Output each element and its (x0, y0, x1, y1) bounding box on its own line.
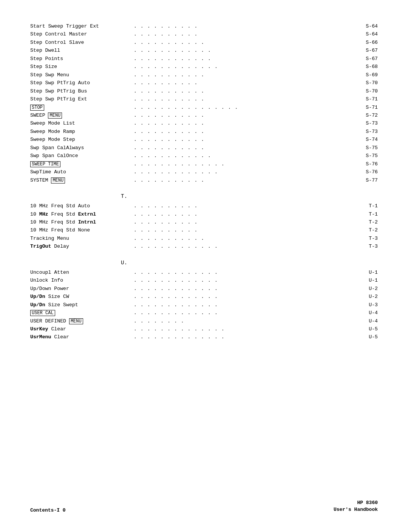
entry-page: U-3 (359, 301, 378, 309)
entry-dots: . . . . . . . . . . . (132, 136, 359, 143)
table-row: Unlock Info . . . . . . . . . . . . . U-… (30, 277, 378, 284)
s-section-table: Start Sweep Trigger Ext . . . . . . . . … (30, 23, 378, 184)
entry-page: U-1 (359, 269, 378, 276)
entry-dots: . . . . . . . . . . . . . (132, 293, 359, 301)
bold-text: UsrMenu (30, 334, 51, 340)
u-section-header: U. (30, 260, 378, 267)
entry-dots: . . . . . . . . . . . . (132, 55, 359, 63)
t-section-header: T. (30, 193, 378, 201)
entry-label: SwpTime Auto (30, 168, 132, 176)
u-section: U. Uncoupl Atten . . . . . . . . . . . .… (30, 260, 378, 341)
table-row: SWEEP MENU . . . . . . . . . . . S-72 (30, 112, 378, 119)
entry-dots: . . . . . . . . (132, 318, 359, 325)
entry-dots: . . . . . . . . . . . . . (132, 243, 359, 250)
entry-label: Start Sweep Trigger Ext (30, 23, 132, 30)
entry-dots: . . . . . . . . . . . . . (132, 269, 359, 276)
boxed-key: MENU (51, 177, 65, 184)
entry-dots: . . . . . . . . . . . (132, 88, 359, 95)
entry-label: Step Points (30, 55, 132, 63)
entry-label: Step Swp Menu (30, 71, 132, 79)
table-row: Step Dwell . . . . . . . . . . . . S-67 (30, 47, 378, 54)
table-row: SwpTime Auto . . . . . . . . . . . . . S… (30, 168, 378, 176)
table-row: Step Control Slave . . . . . . . . . . .… (30, 39, 378, 46)
entry-page: U-2 (359, 285, 378, 293)
table-row: Step Swp PtTrig Ext . . . . . . . . . . … (30, 96, 378, 103)
entry-dots: . . . . . . . . . . . . (132, 152, 359, 160)
table-row: Up/Down Power . . . . . . . . . . . . . … (30, 285, 378, 293)
boxed-key: SWEEP TIME (30, 161, 60, 167)
entry-dots: . . . . . . . . . . (132, 79, 359, 87)
entry-dots: . . . . . . . . . . . (132, 39, 359, 46)
footer-product: HP 8360 (334, 500, 378, 506)
entry-page: S-73 (359, 120, 378, 127)
entry-dots: . . . . . . . . . . . . . (132, 309, 359, 317)
table-row: Sweep Mode List . . . . . . . . . . . S-… (30, 120, 378, 127)
bold-text: Extrnl (78, 211, 96, 217)
entry-label: Up/Dn Size CW (30, 293, 132, 301)
page: Start Sweep Trigger Ext . . . . . . . . … (0, 0, 408, 532)
entry-page: T-2 (359, 227, 378, 234)
table-row: Sweep Mode Step . . . . . . . . . . . S-… (30, 136, 378, 143)
table-row: Uncoupl Atten . . . . . . . . . . . . . … (30, 269, 378, 276)
entry-label: Swp Span CalOnce (30, 152, 132, 160)
section-letter-t: T. (121, 193, 127, 199)
entry-page: S-70 (359, 79, 378, 87)
entry-page: S-64 (359, 23, 378, 30)
footer-left: Contents-I 0 (30, 507, 66, 513)
entry-dots: . . . . . . . . . . . . . (132, 63, 359, 71)
entry-label: 10 MHz Freq Std Auto (30, 202, 132, 210)
entry-page: T-1 (359, 202, 378, 210)
table-row: UsrKey Clear . . . . . . . . . . . . . .… (30, 325, 378, 333)
boxed-key: MENU (69, 318, 83, 324)
entry-label: 10 MHz Freq Std Extrnl (30, 211, 132, 218)
table-row: USER DEFINED MENU . . . . . . . . U-4 (30, 318, 378, 325)
entry-page: S-69 (359, 71, 378, 79)
entry-dots: . . . . . . . . . . (132, 202, 359, 210)
table-row: 10 MHz Freq Std Extrnl . . . . . . . . .… (30, 211, 378, 218)
s-section: Start Sweep Trigger Ext . . . . . . . . … (30, 23, 378, 184)
entry-page: T-2 (359, 219, 378, 226)
table-row: SWEEP TIME . . . . . . . . . . . . . . S… (30, 160, 378, 168)
entry-page: T-3 (359, 243, 378, 250)
entry-dots: . . . . . . . . . . (132, 227, 359, 234)
entry-dots: . . . . . . . . . . . . . . (132, 333, 359, 341)
entry-page: U-4 (359, 309, 378, 317)
table-row: Step Points . . . . . . . . . . . . S-67 (30, 55, 378, 63)
entry-page: S-75 (359, 152, 378, 160)
entry-page: S-76 (359, 168, 378, 176)
bold-text: TrigOut (30, 244, 51, 249)
bold-text: MHz (39, 211, 48, 217)
entry-page: U-5 (359, 333, 378, 341)
entry-dots: . . . . . . . . . . . (132, 96, 359, 103)
entry-label: Unlock Info (30, 277, 132, 284)
entry-label: SWEEP TIME (30, 160, 132, 168)
table-row: Step Swp PtTrig Auto . . . . . . . . . .… (30, 79, 378, 87)
entry-dots: . . . . . . . . . . . . . . . . (132, 104, 359, 111)
entry-page: S-67 (359, 55, 378, 63)
entry-label: USER DEFINED MENU (30, 318, 132, 325)
entry-page: T-3 (359, 235, 378, 242)
entry-label: Sweep Mode List (30, 120, 132, 127)
entry-label: Up/Dn Size Swept (30, 301, 132, 309)
entry-label: 10 MHz Freq Std Intrnl (30, 219, 132, 226)
table-row: Swp Span CalAlways . . . . . . . . . . .… (30, 144, 378, 152)
entry-page: S-66 (359, 39, 378, 46)
entry-page: S-67 (359, 47, 378, 54)
entry-label: 10 MHz Freq Std None (30, 227, 132, 234)
entry-page: S-74 (359, 136, 378, 143)
table-row: USER CAL . . . . . . . . . . . . . U-4 (30, 309, 378, 317)
entry-dots: . . . . . . . . . . . . . (132, 277, 359, 284)
bold-text: Up/Dn (30, 302, 45, 308)
table-row: Swp Span CalOnce . . . . . . . . . . . .… (30, 152, 378, 160)
boxed-key: USER CAL (30, 310, 55, 316)
entry-label: SWEEP MENU (30, 112, 132, 119)
entry-page: S-68 (359, 63, 378, 71)
entry-label: UsrMenu Clear (30, 333, 132, 341)
entry-label: Step Dwell (30, 47, 132, 54)
entry-label: STOP (30, 104, 132, 111)
bold-text: Intrnl (78, 219, 96, 225)
entry-dots: . . . . . . . . . . . (132, 128, 359, 136)
entry-dots: . . . . . . . . . . . (132, 177, 359, 184)
entry-label: USER CAL (30, 309, 132, 317)
bold-text: Up/Dn (30, 294, 45, 299)
